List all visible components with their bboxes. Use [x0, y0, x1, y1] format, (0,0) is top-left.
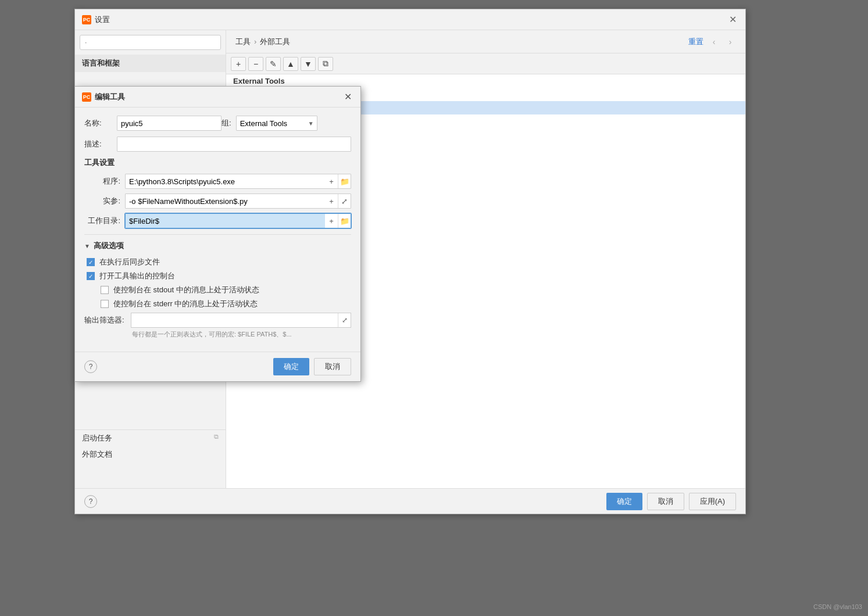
- desc-row: 描述:: [84, 137, 351, 152]
- dialog-close-button[interactable]: ✕: [342, 91, 353, 103]
- checkbox-row-sync: 在执行后同步文件: [84, 257, 351, 267]
- sidebar-item-launch-tasks[interactable]: 启动任务 ⧉: [75, 430, 226, 446]
- output-filter-input[interactable]: [131, 313, 338, 327]
- name-input[interactable]: [117, 116, 222, 131]
- program-browse-button[interactable]: 📁: [338, 174, 351, 188]
- sync-files-label: 在执行后同步文件: [99, 257, 160, 267]
- move-up-button[interactable]: ▲: [283, 57, 298, 71]
- args-expand-button[interactable]: ⤢: [338, 194, 351, 208]
- sidebar-search-input[interactable]: [80, 35, 221, 50]
- stderr-active-checkbox[interactable]: [101, 300, 109, 308]
- sidebar-item-external-docs[interactable]: 外部文档: [75, 446, 226, 463]
- dialog-footer: ? 确定 取消: [75, 352, 360, 381]
- watermark: CSDN @vlan103: [813, 603, 862, 610]
- dialog-title-text: 编辑工具: [95, 92, 125, 102]
- settings-footer: ? 确定 取消 应用(A): [75, 488, 745, 514]
- args-add-macro-button[interactable]: +: [325, 194, 338, 208]
- breadcrumb-part1: 工具: [235, 37, 251, 47]
- remove-tool-button[interactable]: −: [248, 57, 263, 71]
- output-filter-row: 输出筛选器: ⤢: [84, 313, 351, 328]
- args-input[interactable]: [126, 194, 325, 208]
- ok-button[interactable]: 确定: [606, 493, 642, 510]
- advanced-header[interactable]: ▼ 高级选项: [84, 241, 351, 251]
- workdir-input-wrap: + 📁: [125, 213, 351, 228]
- dialog-title-area: PC 编辑工具: [82, 92, 125, 102]
- tool-settings-title: 工具设置: [84, 157, 351, 168]
- settings-close-button[interactable]: ✕: [727, 14, 738, 26]
- settings-main-header: 工具 › 外部工具 重置 ‹ ›: [226, 30, 745, 53]
- workdir-browse-button[interactable]: 📁: [338, 214, 351, 228]
- open-console-checkbox[interactable]: [87, 272, 95, 280]
- divider: [84, 234, 351, 235]
- apply-button[interactable]: 应用(A): [689, 493, 736, 510]
- dialog-ok-button[interactable]: 确定: [273, 358, 309, 375]
- checkbox-row-stdout: 使控制台在 stdout 中的消息上处于活动状态: [84, 285, 351, 295]
- settings-title-text: 设置: [95, 15, 110, 25]
- collapse-arrow-icon: ▼: [84, 243, 90, 249]
- move-down-button[interactable]: ▼: [301, 57, 316, 71]
- name-group-row: 名称: 组: External Tools ▼: [84, 116, 351, 131]
- reset-button[interactable]: 重置: [688, 37, 703, 47]
- advanced-title-text: 高级选项: [94, 241, 124, 251]
- settings-title-area: PC 设置: [82, 15, 110, 25]
- main-actions: 重置 ‹ ›: [688, 36, 736, 48]
- nav-forward-button[interactable]: ›: [724, 36, 736, 48]
- copy-tool-button[interactable]: ⧉: [318, 57, 333, 71]
- help-button[interactable]: ?: [84, 495, 97, 508]
- stdout-active-label: 使控制台在 stdout 中的消息上处于活动状态: [113, 285, 259, 295]
- edit-tool-dialog: PC 编辑工具 ✕ 名称: 组: External Tools ▼ 描述:: [74, 86, 361, 382]
- program-input[interactable]: [126, 174, 325, 188]
- breadcrumb-separator: ›: [254, 37, 256, 46]
- output-filter-expand-button[interactable]: ⤢: [338, 313, 351, 327]
- checkbox-row-console: 打开工具输出的控制台: [84, 271, 351, 281]
- tool-settings-section: 工具设置 程序: + 📁 实参: + ⤢: [84, 157, 351, 228]
- sidebar-item-label: 外部文档: [82, 450, 112, 459]
- group-select-wrapper: External Tools ▼: [236, 116, 317, 131]
- tools-toolbar: + − ✎ ▲ ▼ ⧉: [226, 53, 745, 74]
- breadcrumb-part2: 外部工具: [260, 37, 290, 47]
- output-filter-input-wrap: ⤢: [131, 313, 351, 328]
- group-area: 组: External Tools ▼: [222, 116, 351, 131]
- footer-right: 确定 取消 应用(A): [606, 493, 736, 510]
- program-add-macro-button[interactable]: +: [325, 174, 338, 188]
- program-input-wrap: + 📁: [125, 174, 351, 189]
- args-row: 实参: + ⤢: [84, 194, 351, 209]
- sidebar-search-area: [75, 30, 226, 55]
- workdir-input[interactable]: [126, 214, 325, 228]
- open-console-label: 打开工具输出的控制台: [99, 271, 175, 281]
- args-input-wrap: + ⤢: [125, 194, 351, 209]
- breadcrumb: 工具 › 外部工具: [235, 37, 290, 47]
- program-row: 程序: + 📁: [84, 174, 351, 189]
- name-label: 名称:: [84, 118, 117, 128]
- desc-label: 描述:: [84, 139, 117, 149]
- dialog-body: 名称: 组: External Tools ▼ 描述: 工具设置 程序: [75, 108, 360, 352]
- program-label: 程序:: [84, 176, 125, 187]
- dialog-footer-buttons: 确定 取消: [273, 358, 351, 375]
- dialog-cancel-button[interactable]: 取消: [314, 358, 351, 375]
- stderr-active-label: 使控制台在 stderr 中的消息上处于活动状态: [113, 299, 258, 309]
- group-select[interactable]: External Tools: [236, 116, 317, 131]
- hint-text: 每行都是一个正则表达式，可用的宏: $FILE PATH$、$...: [84, 330, 351, 339]
- dialog-titlebar: PC 编辑工具 ✕: [75, 87, 360, 108]
- pc-logo-icon: PC: [82, 15, 91, 24]
- settings-titlebar: PC 设置 ✕: [75, 9, 745, 30]
- stdout-active-checkbox[interactable]: [101, 286, 109, 294]
- dialog-pc-icon: PC: [82, 92, 91, 102]
- workdir-add-macro-button[interactable]: +: [325, 214, 338, 228]
- footer-left: ?: [84, 495, 97, 508]
- checkbox-row-stderr: 使控制台在 stderr 中的消息上处于活动状态: [84, 299, 351, 309]
- workdir-row: 工作目录: + 📁: [84, 213, 351, 228]
- cancel-button[interactable]: 取消: [647, 493, 684, 510]
- group-label-text: 组:: [222, 118, 231, 128]
- desc-input[interactable]: [117, 137, 351, 152]
- sidebar-section-header: 语言和框架: [75, 55, 226, 72]
- workdir-label: 工作目录:: [84, 216, 125, 226]
- nav-back-button[interactable]: ‹: [708, 36, 720, 48]
- sidebar-item-label: 启动任务: [82, 434, 112, 442]
- output-filter-label: 输出筛选器:: [84, 315, 131, 325]
- sync-files-checkbox[interactable]: [87, 258, 95, 266]
- args-label: 实参:: [84, 196, 125, 206]
- add-tool-button[interactable]: +: [231, 57, 246, 71]
- dialog-help-button[interactable]: ?: [84, 360, 97, 373]
- edit-tool-button[interactable]: ✎: [266, 57, 281, 71]
